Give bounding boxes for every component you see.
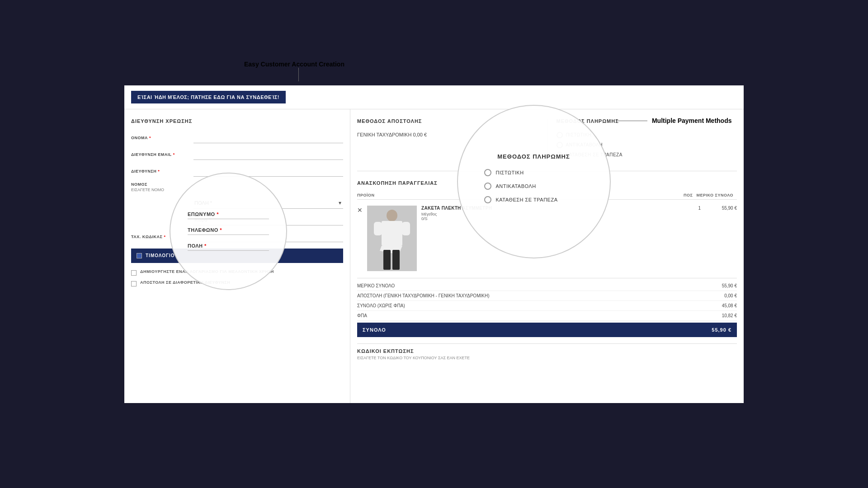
form-row-xwra [131, 214, 343, 225]
form-row-address: ΔΙΕΥΘΥΝΣΗ * [131, 165, 343, 177]
form-row-onoma: ΟΝΟΜΑ * [131, 132, 343, 143]
diff-address-checkbox[interactable] [131, 281, 137, 286]
select-poli[interactable]: ΠΟΛΗ * ΑΘΗΝΑ ΘΕΣΣΑΛΟΝΙΚΗ [193, 197, 343, 209]
coupon-subtitle: ΕΙΣΑΓΕΤΕ ΤΟΝ ΚΩΔΙΚΟ ΤΟΥ ΚΟΥΠΟΝΙΟΥ ΣΑΣ ΕΑ… [357, 356, 737, 360]
summary-row-3: ΦΠΑ 10,82 € [357, 311, 737, 321]
payment-label-antikatavoli: ΑΝΤΙΚΑΤΑΒΟΛΗ [566, 142, 603, 147]
form-row-email: ΔΙΕΥΘΥΝΣΗ EMAIL * [131, 149, 343, 160]
right-section: ΜΕΘΟΔΟΣ ΑΠΟΣΤΟΛΗΣ ΓΕΝΙΚΗ ΤΑΧΥΔΡΟΜΙΚΗ 0,0… [350, 109, 744, 403]
invoice-row: ΤΙΜΟΛΟΓΙΟ [131, 249, 343, 263]
remove-item-button[interactable]: ✕ [357, 206, 363, 214]
label-address: ΔΙΕΥΘΥΝΣΗ * [131, 165, 190, 174]
annotation-easy-creation: Easy Customer Account Creation [244, 61, 344, 68]
item-details: ΖΑΚΕΤΑ ΠΛΕΚΤΗ ΑΣΥΜΜΕΤΡΗ Μέγεθος 0/S [421, 206, 683, 221]
svg-rect-4 [402, 222, 410, 235]
nomos-sub-label: ΕΙΣΑΓΕΤΕ ΝΟΜΟ [131, 188, 343, 192]
coupon-section: ΚΩΔΙΚΟΙ ΕΚΠΤΩΣΗΣ ΕΙΣΑΓΕΤΕ ΤΟΝ ΚΩΔΙΚΟ ΤΟΥ… [357, 343, 737, 360]
summary-value-2: 45,08 € [722, 303, 737, 308]
summary-label-1: ΑΠΟΣΤΟΛΗ (ΓΕΝΙΚΗ ΤΑΧΥΔΡΟΜΙΚΗ - ΓΕΝΙΚΗ ΤΑ… [357, 293, 489, 298]
shipping-section: ΜΕΘΟΔΟΣ ΑΠΟΣΤΟΛΗΣ ΓΕΝΙΚΗ ΤΑΧΥΔΡΟΜΙΚΗ 0,0… [357, 118, 547, 162]
radio-circle-pistwtiki[interactable] [484, 169, 491, 176]
form-row-nomos: ΝΟΜΟΣ ΕΙΣΑΓΕΤΕ ΝΟΜΟ [131, 182, 343, 192]
summary-section: ΜΕΡΙΚΟ ΣΥΝΟΛΟ 55,90 € ΑΠΟΣΤΟΛΗ (ΓΕΝΙΚΗ Τ… [357, 278, 737, 321]
input-onoma[interactable] [193, 132, 343, 143]
order-table-header: ΠΡΟΪΟΝ ΠΟΣ ΜΕΡΙΚΟ ΣΥΝΟΛΟ [357, 191, 737, 200]
payment-option-antikatavoli: ΑΝΤΙΚΑΤΑΒΟΛΗ [557, 142, 737, 148]
item-meta: Μέγεθος 0/S [421, 212, 683, 221]
radio-trapeza[interactable] [557, 152, 563, 158]
shipping-value: ΓΕΝΙΚΗ ΤΑΧΥΔΡΟΜΙΚΗ 0,00 € [357, 132, 538, 137]
diff-address-row: ΑΠΟΣΤΟΛΗ ΣΕ ΔΙΑΦΟΡΕΤΙΚΗ ΔΙΕΥΘΥΝΣΗ [131, 280, 343, 286]
svg-rect-6 [383, 250, 391, 270]
summary-row-2: ΣΥΝΟΛΟ (ΧΩΡΙΣ ΦΠΑ) 45,08 € [357, 301, 737, 311]
payment-option-pistwtiki: ΠΙΣΤΩΤΙΚΗ [557, 132, 737, 138]
label-email: ΔΙΕΥΘΥΝΣΗ EMAIL * [131, 149, 190, 157]
invoice-checkbox[interactable] [137, 253, 142, 258]
item-name: ΖΑΚΕΤΑ ΠΛΕΚΤΗ ΑΣΥΜΜΕΤΡΗ [421, 206, 683, 211]
payment-circle-pistwtiki: ΠΙΣΤΩΤΙΚΗ [484, 169, 584, 176]
summary-value-3: 10,82 € [722, 313, 737, 318]
col-qty: ΠΟΣ [684, 193, 693, 197]
total-label: ΣΥΝΟΛΟ [363, 327, 386, 333]
input-email[interactable] [193, 149, 343, 160]
header-bar: ΕΊΣΑΙ ΉΔΗ ΜΈΛΟΣ; ΠΆΤΗΣΕ ΕΔΩ ΓΙΑ ΝΑ ΣΥΝΔΕ… [124, 85, 744, 109]
summary-label-0: ΜΕΡΙΚΟ ΣΥΝΟΛΟ [357, 283, 395, 288]
input-xwra[interactable] [193, 214, 343, 225]
svg-rect-7 [392, 250, 400, 270]
radio-pistwtiki[interactable] [557, 132, 563, 138]
summary-row-1: ΑΠΟΣΤΟΛΗ (ΓΕΝΙΚΗ ΤΑΧΥΔΡΟΜΙΚΗ - ΓΕΝΙΚΗ ΤΑ… [357, 291, 737, 301]
payment-label-trapeza: ΚΑΤΑΘΕΣΗ ΣΕ ΤΡΑΠΕΖΑ [566, 152, 623, 157]
form-row-poli: ΠΟΛΗ * ΑΘΗΝΑ ΘΕΣΣΑΛΟΝΙΚΗ ▾ [131, 197, 343, 209]
billing-title: ΔΙΕΥΘΥΝΣΗ ΧΡΕΩΣΗΣ [131, 118, 343, 124]
svg-rect-2 [382, 221, 402, 246]
invoice-label: ΤΙΜΟΛΟΓΙΟ [146, 253, 175, 258]
item-qty: 1 [687, 206, 701, 211]
diff-address-label: ΑΠΟΣΤΟΛΗ ΣΕ ΔΙΑΦΟΡΕΤΙΚΗ ΔΙΕΥΘΥΝΣΗ [140, 280, 230, 285]
payment-option-trapeза: ΚΑΤΑΘΕΣΗ ΣΕ ΤΡΑΠΕΖΑ [557, 152, 737, 158]
form-row-taxkodex: ΤΑΧ. ΚΩΔΙΚΑΣ * [131, 231, 343, 242]
summary-label-2: ΣΥΝΟΛΟ (ΧΩΡΙΣ ΦΠΑ) [357, 303, 405, 308]
item-price: 55,90 € [705, 206, 737, 211]
summary-value-0: 55,90 € [722, 283, 737, 288]
svg-point-1 [387, 210, 397, 221]
order-review-title: ΑΝΑΣΚΟΠΗΣΗ ΠΑΡΑΓΓΕΛΙΑΣ [357, 180, 737, 186]
total-value: 55,90 € [712, 327, 731, 333]
payment-section: ΜΕΘΟΔΟΣ ΠΛΗΡΩΜΗΣ ΠΙΣΤΩΤΙΚΗ ΑΝΤΙΚΑΤΑΒΟΛΗ … [547, 118, 737, 162]
shipping-title: ΜΕΘΟΔΟΣ ΑΠΟΣΤΟΛΗΣ [357, 118, 538, 124]
input-address[interactable] [193, 165, 343, 177]
coupon-title: ΚΩΔΙΚΟΙ ΕΚΠΤΩΣΗΣ [357, 348, 737, 354]
item-product-image [367, 206, 417, 271]
order-item-row: ✕ [357, 203, 737, 273]
label-poli [131, 197, 190, 201]
right-top-section: ΜΕΘΟΔΟΣ ΑΠΟΣΤΟΛΗΣ ΓΕΝΙΚΗ ΤΑΧΥΔΡΟΜΙΚΗ 0,0… [357, 118, 737, 171]
poli-select-wrap: ΠΟΛΗ * ΑΘΗΝΑ ΘΕΣΣΑΛΟΝΙΚΗ ▾ [193, 197, 343, 209]
payment-label-pistwtiki: ΠΙΣΤΩΤΙΚΗ [566, 132, 592, 137]
radio-antikatavoli[interactable] [557, 142, 563, 148]
col-subtotal: ΜΕΡΙΚΟ ΣΥΝΟΛΟ [696, 193, 733, 197]
page-wrapper: Easy Customer Account Creation ΕΊΣΑΙ ΉΔΗ… [124, 85, 744, 403]
col-product: ΠΡΟΪΟΝ [357, 193, 680, 197]
input-taxkodex[interactable] [193, 231, 343, 242]
label-onoma: ΟΝΟΜΑ * [131, 132, 190, 140]
label-taxkodex: ΤΑΧ. ΚΩΔΙΚΑΣ * [131, 231, 190, 239]
svg-rect-3 [374, 222, 382, 235]
label-xwra [131, 214, 190, 218]
create-account-checkbox[interactable] [131, 270, 137, 276]
main-layout: ΔΙΕΥΘΥΝΣΗ ΧΡΕΩΣΗΣ ΟΝΟΜΑ * ΔΙΕΥΘΥΝΣΗ EMAI… [124, 109, 744, 403]
summary-label-3: ΦΠΑ [357, 313, 367, 318]
label-nomos: ΝΟΜΟΣ [131, 182, 343, 187]
create-account-label: ΔΗΜΙΟΥΡΓΗΣΤΕ ΕΝΑΝ ΛΟΓΑΡΙΑΣΜΟ ΓΙΑ ΜΕΛΛΟΝΤ… [140, 269, 274, 274]
member-login-button[interactable]: ΕΊΣΑΙ ΉΔΗ ΜΈΛΟΣ; ΠΆΤΗΣΕ ΕΔΩ ΓΙΑ ΝΑ ΣΥΝΔΕ… [131, 91, 286, 103]
summary-total-row: ΣΥΝΟΛΟ 55,90 € [357, 323, 737, 337]
product-image-svg [367, 206, 417, 271]
summary-value-1: 0,00 € [724, 293, 737, 298]
summary-row-0: ΜΕΡΙΚΟ ΣΥΝΟΛΟ 55,90 € [357, 281, 737, 291]
create-account-row: ΔΗΜΙΟΥΡΓΗΣΤΕ ΕΝΑΝ ΛΟΓΑΡΙΑΣΜΟ ΓΙΑ ΜΕΛΛΟΝΤ… [131, 269, 343, 276]
billing-section: ΔΙΕΥΘΥΝΣΗ ΧΡΕΩΣΗΣ ΟΝΟΜΑ * ΔΙΕΥΘΥΝΣΗ EMAI… [124, 109, 350, 403]
payment-title: ΜΕΘΟΔΟΣ ΠΛΗΡΩΜΗΣ [557, 118, 737, 124]
